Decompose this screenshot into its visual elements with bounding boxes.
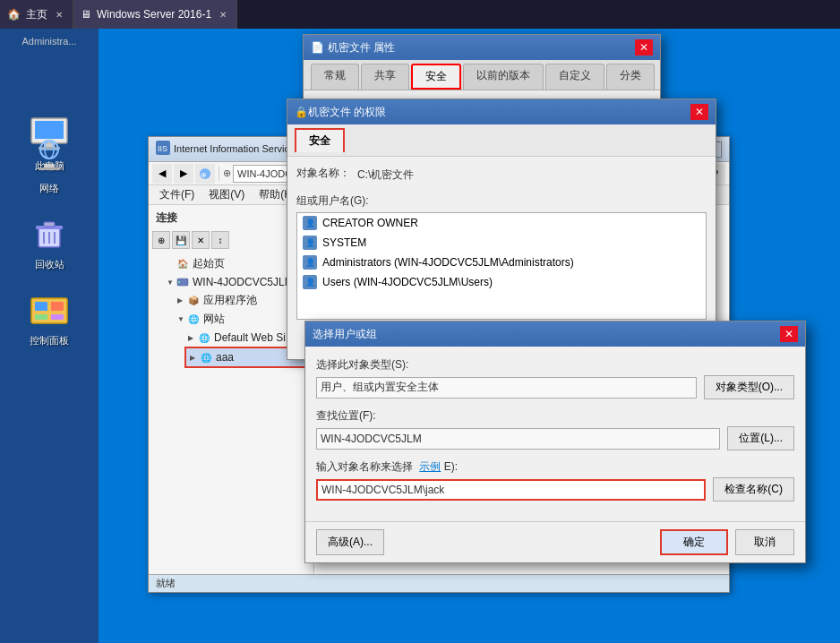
conn-btn-4[interactable]: ↕	[211, 231, 229, 249]
tab-previous[interactable]: 以前的版本	[463, 64, 544, 90]
object-name-row: 对象名称： C:\机密文件	[296, 166, 707, 184]
user-item-users[interactable]: 👤 Users (WIN-4JODCVC5JLM\Users)	[297, 272, 706, 292]
server-tab-icon: 🖥	[81, 8, 91, 21]
conn-btn-1[interactable]: ⊕	[152, 231, 170, 249]
conn-btn-2[interactable]: 💾	[172, 231, 190, 249]
recycle-label: 回收站	[35, 258, 64, 271]
file-props-tab-strip: 常规 共享 安全 以前的版本 自定义 分类	[304, 60, 660, 90]
iis-status-bar: 就绪	[149, 574, 729, 592]
type-input[interactable]	[316, 377, 697, 399]
location-input[interactable]	[316, 428, 720, 450]
icon-defaultweb: 🌐	[197, 330, 211, 345]
icon-aaa: 🌐	[199, 350, 213, 364]
tab-home-close[interactable]: ✕	[53, 8, 65, 21]
desktop-icon-network[interactable]: 网络	[13, 132, 85, 199]
type-section: 选择此对象类型(S): 对象类型(O)...	[316, 357, 794, 399]
label-aaa: aaa	[216, 351, 234, 364]
perms-title-text: 机密文件 的权限	[308, 105, 690, 120]
user-name-input[interactable]	[316, 479, 706, 501]
perms-title-icon: 🔒	[295, 106, 308, 118]
toolbar-back-btn[interactable]: ◀	[152, 164, 172, 184]
input-name-row: 检查名称(C)	[316, 477, 794, 502]
conn-btn-3[interactable]: ✕	[192, 231, 210, 249]
toolbar-home-btn[interactable]: ⊕	[195, 164, 215, 184]
tab-custom-label: 自定义	[559, 69, 591, 81]
check-name-btn[interactable]: 检查名称(C)	[713, 477, 794, 502]
example-link[interactable]: 示例	[419, 460, 441, 473]
file-props-titlebar: 📄 机密文件 属性 ✕	[304, 35, 660, 60]
svg-rect-7	[44, 164, 55, 167]
desktop-icon-control[interactable]: 控制面板	[13, 284, 85, 351]
svg-rect-17	[51, 302, 64, 311]
iis-title-icon: IIS	[156, 141, 170, 158]
tab-share[interactable]: 共享	[361, 64, 409, 90]
cancel-btn[interactable]: 取消	[735, 529, 794, 555]
svg-rect-11	[44, 222, 55, 227]
ok-btn[interactable]: 确定	[660, 529, 728, 555]
user-item-admins[interactable]: 👤 Administrators (WIN-4JODCVC5JLM\Admini…	[297, 253, 706, 272]
label-apppool: 应用程序池	[203, 293, 257, 308]
tab-general[interactable]: 常规	[311, 64, 359, 90]
location-label: 查找位置(F):	[316, 408, 794, 424]
toolbar-forward-btn[interactable]: ▶	[174, 164, 193, 184]
svg-point-26	[178, 281, 180, 283]
menu-file[interactable]: 文件(F)	[152, 185, 201, 204]
svg-rect-19	[51, 314, 64, 320]
status-text: 就绪	[156, 577, 176, 590]
perms-tab-label: 安全	[309, 134, 330, 147]
tab-custom[interactable]: 自定义	[545, 64, 604, 90]
svg-rect-16	[35, 302, 47, 311]
taskbar-tab-home[interactable]: 🏠 主页 ✕	[0, 0, 73, 29]
arrow-defaultweb: ▶	[188, 334, 197, 342]
input-label-text: 输入对象名称来选择	[316, 460, 413, 473]
type-label: 选择此对象类型(S):	[316, 357, 794, 373]
user-icon-users: 👤	[303, 275, 317, 289]
desktop: 🏠 主页 ✕ 🖥 Windows Server 2016-1 ✕ Adminis…	[0, 0, 840, 643]
label-start: 起始页	[193, 256, 225, 271]
file-props-icon: 📄	[311, 41, 324, 54]
tab-security-label: 安全	[425, 70, 447, 82]
select-user-buttons: 高级(A)... 确定 取消	[305, 521, 805, 562]
perms-titlebar: 🔒 机密文件 的权限 ✕	[287, 99, 716, 124]
select-user-content: 选择此对象类型(S): 对象类型(O)... 查找位置(F): 位置(L)...…	[305, 347, 805, 521]
icon-sites: 🌐	[186, 313, 201, 327]
arrow-sites: ▼	[177, 315, 186, 323]
select-user-dialog: 选择用户或组 ✕ 选择此对象类型(S): 对象类型(O)... 查找位置(F):…	[304, 321, 806, 563]
user-icon-admins: 👤	[303, 255, 317, 270]
svg-text:IIS: IIS	[158, 144, 167, 153]
address-label: ⊕	[223, 167, 231, 179]
user-item-system[interactable]: 👤 SYSTEM	[297, 233, 706, 253]
tab-general-label: 常规	[324, 69, 346, 81]
user-list: 👤 CREATOR OWNER 👤 SYSTEM 👤 Administrator…	[296, 212, 707, 320]
tab-classify-label: 分类	[620, 69, 641, 81]
advanced-btn[interactable]: 高级(A)...	[316, 529, 384, 555]
tab-security[interactable]: 安全	[411, 64, 461, 90]
type-btn[interactable]: 对象类型(O)...	[704, 375, 794, 399]
perms-close-btn[interactable]: ✕	[690, 104, 708, 120]
tab-server-close[interactable]: ✕	[217, 8, 229, 21]
home-icon: 🏠	[7, 8, 21, 21]
desktop-icon-recycle[interactable]: 回收站	[13, 208, 85, 275]
user-label-creator: CREATOR OWNER	[322, 217, 418, 229]
svg-rect-18	[35, 314, 47, 320]
object-name-value: C:\机密文件	[357, 167, 414, 183]
taskbar: 🏠 主页 ✕ 🖥 Windows Server 2016-1 ✕	[0, 0, 840, 29]
taskbar-tab-server[interactable]: 🖥 Windows Server 2016-1 ✕	[73, 0, 237, 29]
svg-text:⊕: ⊕	[201, 171, 207, 179]
tab-classify[interactable]: 分类	[606, 64, 655, 90]
location-btn[interactable]: 位置(L)...	[727, 426, 794, 450]
tab-server-label: Windows Server 2016-1	[97, 8, 211, 21]
menu-view[interactable]: 视图(V)	[201, 185, 252, 204]
tab-previous-label: 以前的版本	[476, 69, 530, 81]
object-name-label: 对象名称：	[296, 166, 350, 181]
network-icon	[28, 135, 71, 178]
select-user-titlebar: 选择用户或组 ✕	[305, 322, 805, 347]
user-item-creator[interactable]: 👤 CREATOR OWNER	[297, 213, 706, 233]
file-props-close-btn[interactable]: ✕	[635, 39, 653, 56]
perms-tab-area: 安全	[287, 124, 716, 157]
user-label-users: Users (WIN-4JODCVC5JLM\Users)	[322, 276, 493, 288]
perms-security-tab[interactable]: 安全	[295, 128, 345, 152]
select-user-close-btn[interactable]: ✕	[780, 326, 798, 342]
arrow-server: ▼	[167, 279, 176, 287]
network-label: 网络	[39, 182, 59, 195]
